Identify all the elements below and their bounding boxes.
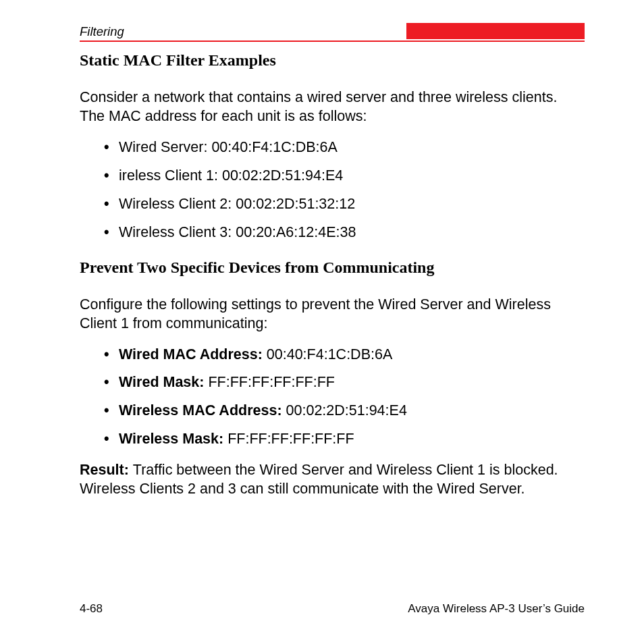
page-header: Filtering: [80, 20, 585, 39]
setting-value: FF:FF:FF:FF:FF:FF: [208, 374, 334, 390]
page-number: 4-68: [80, 602, 103, 616]
heading-static-mac-filter-examples: Static MAC Filter Examples: [80, 51, 585, 70]
list-item: Wireless Client 2: 00:02:2D:51:32:12: [119, 195, 585, 214]
list-item: Wired Mask: FF:FF:FF:FF:FF:FF: [119, 373, 585, 392]
setting-value: 00:02:2D:51:94:E4: [286, 402, 407, 419]
guide-title: Avaya Wireless AP-3 User’s Guide: [408, 602, 585, 616]
configure-paragraph: Configure the following settings to prev…: [80, 296, 585, 333]
heading-prevent-two-devices: Prevent Two Specific Devices from Commun…: [80, 259, 585, 277]
list-item: ireless Client 1: 00:02:2D:51:94:E4: [119, 167, 585, 186]
list-item: Wireless Mask: FF:FF:FF:FF:FF:FF: [119, 430, 585, 449]
setting-label: Wireless Mask:: [119, 431, 227, 447]
result-text: Traffic between the Wired Server and Wir…: [80, 462, 558, 497]
list-item: Wired Server: 00:40:F4:1C:DB:6A: [119, 138, 585, 157]
list-item: Wired MAC Address: 00:40:F4:1C:DB:6A: [119, 346, 585, 365]
setting-value: 00:40:F4:1C:DB:6A: [267, 346, 392, 363]
mac-address-list: Wired Server: 00:40:F4:1C:DB:6A ireless …: [80, 138, 585, 242]
setting-label: Wired Mask:: [119, 374, 208, 390]
setting-label: Wireless MAC Address:: [119, 402, 286, 419]
result-paragraph: Result: Traffic between the Wired Server…: [80, 461, 585, 499]
settings-list: Wired MAC Address: 00:40:F4:1C:DB:6A Wir…: [80, 346, 585, 450]
list-item: Wireless Client 3: 00:20:A6:12:4E:38: [119, 223, 585, 242]
result-label: Result:: [80, 462, 133, 478]
setting-value: FF:FF:FF:FF:FF:FF: [227, 431, 354, 447]
header-accent-block: [406, 23, 585, 39]
list-item: Wireless MAC Address: 00:02:2D:51:94:E4: [119, 402, 585, 421]
section-label: Filtering: [80, 24, 124, 39]
header-rule: [80, 41, 585, 42]
intro-paragraph: Consider a network that contains a wired…: [80, 88, 585, 126]
page-footer: 4-68 Avaya Wireless AP-3 User’s Guide: [80, 602, 585, 616]
setting-label: Wired MAC Address:: [119, 346, 267, 363]
